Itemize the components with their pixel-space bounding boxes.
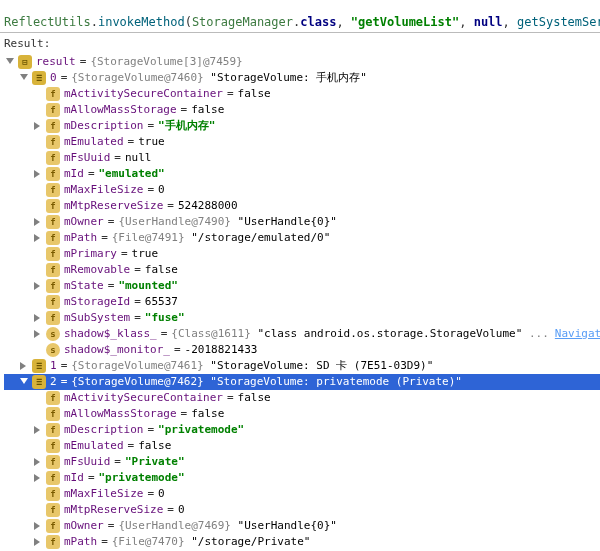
var-name: 2 bbox=[50, 374, 57, 390]
expand-icon[interactable] bbox=[32, 456, 44, 468]
field-row[interactable]: fmPath={File@7491} "/storage/emulated/0" bbox=[4, 230, 600, 246]
field-icon: f bbox=[46, 407, 60, 421]
svg-marker-13 bbox=[34, 474, 40, 482]
expand-icon[interactable] bbox=[32, 232, 44, 244]
field-row[interactable]: fmDescription="手机内存" bbox=[4, 118, 600, 134]
expand-icon[interactable] bbox=[4, 56, 16, 68]
expand-icon[interactable] bbox=[32, 216, 44, 228]
value-text: null bbox=[125, 150, 152, 166]
field-name: mFsUuid bbox=[64, 150, 110, 166]
field-row[interactable]: fmAllowMassStorage=false bbox=[4, 102, 600, 118]
value-text: 524288000 bbox=[178, 198, 238, 214]
expand-icon[interactable] bbox=[32, 424, 44, 436]
field-icon: f bbox=[46, 471, 60, 485]
svg-marker-2 bbox=[34, 122, 40, 130]
value-text: -2018821433 bbox=[185, 342, 258, 358]
field-name: mId bbox=[64, 166, 84, 182]
field-row[interactable]: fmOwner={UserHandle@7490} "UserHandle{0}… bbox=[4, 214, 600, 230]
tree-item-0[interactable]: 0 = {StorageVolume@7460} "StorageVolume:… bbox=[4, 70, 600, 86]
field-row[interactable]: fmPrimary=true bbox=[4, 246, 600, 262]
expand-icon[interactable] bbox=[32, 120, 44, 132]
field-name: mPath bbox=[64, 230, 97, 246]
field-icon: f bbox=[46, 215, 60, 229]
value-text: 0 bbox=[158, 486, 165, 502]
expand-icon[interactable] bbox=[32, 328, 44, 340]
field-icon: f bbox=[46, 439, 60, 453]
field-name: mRemovable bbox=[64, 262, 130, 278]
svg-marker-0 bbox=[6, 58, 14, 64]
value-text: false bbox=[145, 262, 178, 278]
expand-icon[interactable] bbox=[18, 376, 30, 388]
field-row[interactable]: fmRemovable=false bbox=[4, 262, 600, 278]
svg-marker-6 bbox=[34, 282, 40, 290]
value-text: "StorageVolume: SD 卡 (7E51-03D9)" bbox=[210, 358, 433, 374]
field-name: mDescription bbox=[64, 422, 143, 438]
value-ref: {File@7491} bbox=[112, 230, 185, 246]
field-row[interactable]: sshadow$_monitor_=-2018821433 bbox=[4, 342, 600, 358]
field-row[interactable]: fmId="privatemode" bbox=[4, 470, 600, 486]
svg-marker-8 bbox=[34, 330, 40, 338]
field-row[interactable]: fmPath={File@7470} "/storage/Private" bbox=[4, 534, 600, 550]
field-row[interactable]: fmFsUuid="Private" bbox=[4, 454, 600, 470]
field-name: mPath bbox=[64, 534, 97, 550]
svg-marker-1 bbox=[20, 74, 28, 80]
field-icon: f bbox=[46, 167, 60, 181]
expand-icon[interactable] bbox=[32, 312, 44, 324]
field-row[interactable]: fmEmulated=false bbox=[4, 438, 600, 454]
field-row[interactable]: fmFsUuid=null bbox=[4, 150, 600, 166]
field-row[interactable]: fmMaxFileSize=0 bbox=[4, 182, 600, 198]
divider bbox=[0, 32, 600, 33]
field-icon: f bbox=[46, 103, 60, 117]
field-icon: f bbox=[46, 151, 60, 165]
expand-icon[interactable] bbox=[32, 472, 44, 484]
field-name: mFsUuid bbox=[64, 454, 110, 470]
var-name: 0 bbox=[50, 70, 57, 86]
field-name: mSubSystem bbox=[64, 310, 130, 326]
field-name: mAllowMassStorage bbox=[64, 406, 177, 422]
value-text: true bbox=[138, 134, 165, 150]
field-row[interactable]: sshadow$_klass_={Class@1611} "class andr… bbox=[4, 326, 600, 342]
field-row[interactable]: fmEmulated=true bbox=[4, 134, 600, 150]
value-text: false bbox=[191, 102, 224, 118]
field-row[interactable]: fmId="emulated" bbox=[4, 166, 600, 182]
field-name: mActivitySecureContainer bbox=[64, 86, 223, 102]
tree-item-2[interactable]: 2 = {StorageVolume@7462} "StorageVolume:… bbox=[4, 374, 600, 390]
value-text: "emulated" bbox=[99, 166, 165, 182]
svg-marker-4 bbox=[34, 218, 40, 226]
field-row[interactable]: fmStorageId=65537 bbox=[4, 294, 600, 310]
expand-icon[interactable] bbox=[32, 536, 44, 548]
svg-marker-5 bbox=[34, 234, 40, 242]
field-icon: f bbox=[46, 87, 60, 101]
value-text: "StorageVolume: 手机内存" bbox=[210, 70, 367, 86]
expand-icon[interactable] bbox=[32, 280, 44, 292]
svg-marker-15 bbox=[34, 538, 40, 546]
field-row[interactable]: fmMtpReserveSize=0 bbox=[4, 502, 600, 518]
navigate-link[interactable]: Navigate bbox=[555, 326, 600, 342]
field-row[interactable]: fmOwner={UserHandle@7469} "UserHandle{0}… bbox=[4, 518, 600, 534]
field-icon: f bbox=[46, 279, 60, 293]
value-text: "Private" bbox=[125, 454, 185, 470]
value-ref: {StorageVolume@7460} bbox=[71, 70, 203, 86]
object-icon bbox=[32, 71, 46, 85]
field-icon: f bbox=[46, 503, 60, 517]
expand-icon[interactable] bbox=[18, 360, 30, 372]
field-row[interactable]: fmAllowMassStorage=false bbox=[4, 406, 600, 422]
field-name: mId bbox=[64, 470, 84, 486]
field-row[interactable]: fmActivitySecureContainer=false bbox=[4, 86, 600, 102]
tree-root[interactable]: ⊟ result = {StorageVolume[3]@7459} bbox=[4, 54, 600, 70]
expand-icon[interactable] bbox=[32, 520, 44, 532]
field-icon: f bbox=[46, 487, 60, 501]
field-row[interactable]: fmMtpReserveSize=524288000 bbox=[4, 198, 600, 214]
field-row[interactable]: fmActivitySecureContainer=false bbox=[4, 390, 600, 406]
field-row[interactable]: fmState="mounted" bbox=[4, 278, 600, 294]
field-row[interactable]: fmMaxFileSize=0 bbox=[4, 486, 600, 502]
svg-marker-10 bbox=[20, 378, 28, 384]
tree-item-1[interactable]: 1 = {StorageVolume@7461} "StorageVolume:… bbox=[4, 358, 600, 374]
value-ref: {UserHandle@7469} bbox=[118, 518, 231, 534]
value-text: 65537 bbox=[145, 294, 178, 310]
expand-icon[interactable] bbox=[32, 168, 44, 180]
expand-icon[interactable] bbox=[18, 72, 30, 84]
field-row[interactable]: fmSubSystem="fuse" bbox=[4, 310, 600, 326]
var-name: 1 bbox=[50, 358, 57, 374]
field-row[interactable]: fmDescription="privatemode" bbox=[4, 422, 600, 438]
